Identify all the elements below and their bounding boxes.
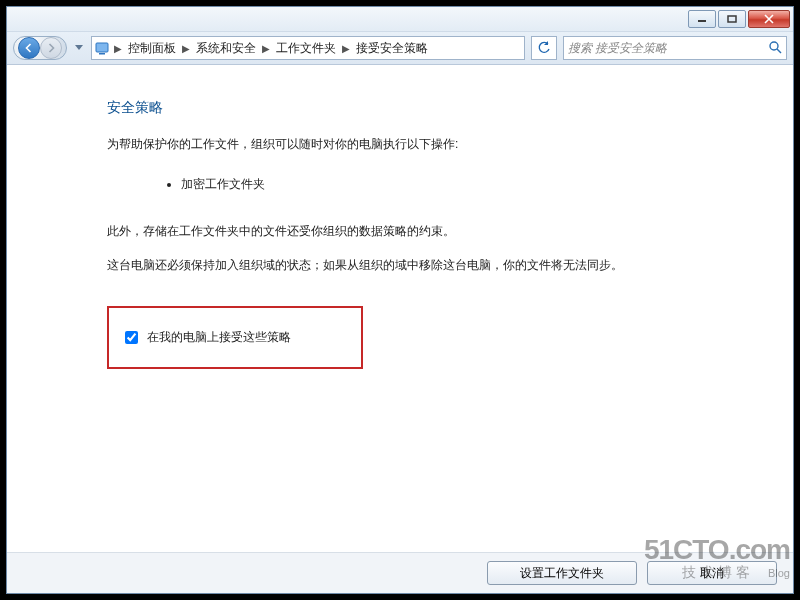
- nav-back-forward: [13, 36, 67, 60]
- setup-workfolder-button[interactable]: 设置工作文件夹: [487, 561, 637, 585]
- minimize-button[interactable]: [688, 10, 716, 28]
- history-dropdown[interactable]: [73, 39, 85, 57]
- accept-policy-label[interactable]: 在我的电脑上接受这些策略: [121, 328, 291, 347]
- breadcrumb-item[interactable]: 控制面板: [124, 40, 180, 57]
- svg-rect-3: [99, 53, 105, 55]
- control-panel-icon: [92, 41, 112, 55]
- svg-line-5: [777, 49, 781, 53]
- chevron-right-icon: ▶: [340, 43, 352, 54]
- breadcrumb[interactable]: ▶ 控制面板 ▶ 系统和安全 ▶ 工作文件夹 ▶ 接受安全策略: [91, 36, 525, 60]
- close-button[interactable]: [748, 10, 790, 28]
- forward-button[interactable]: [40, 37, 62, 59]
- titlebar: [7, 7, 793, 32]
- svg-rect-1: [728, 16, 736, 22]
- intro-text: 为帮助保护你的工作文件，组织可以随时对你的电脑执行以下操作:: [107, 135, 793, 153]
- chevron-right-icon: ▶: [180, 43, 192, 54]
- search-icon: [768, 40, 782, 57]
- page-heading: 安全策略: [107, 99, 793, 117]
- breadcrumb-item[interactable]: 接受安全策略: [352, 40, 432, 57]
- breadcrumb-item[interactable]: 工作文件夹: [272, 40, 340, 57]
- svg-rect-0: [698, 20, 706, 22]
- window: ▶ 控制面板 ▶ 系统和安全 ▶ 工作文件夹 ▶ 接受安全策略 搜索 接受安全策…: [6, 6, 794, 594]
- search-placeholder: 搜索 接受安全策略: [568, 40, 667, 57]
- back-button[interactable]: [18, 37, 40, 59]
- maximize-button[interactable]: [718, 10, 746, 28]
- address-bar: ▶ 控制面板 ▶ 系统和安全 ▶ 工作文件夹 ▶ 接受安全策略 搜索 接受安全策…: [7, 32, 793, 65]
- button-bar: 设置工作文件夹 取消: [7, 552, 793, 593]
- policy-text: 此外，存储在工作文件夹中的文件还受你组织的数据策略的约束。: [107, 222, 793, 240]
- cancel-button[interactable]: 取消: [647, 561, 777, 585]
- policy-list: 加密工作文件夹: [127, 175, 793, 194]
- content-area: 安全策略 为帮助保护你的工作文件，组织可以随时对你的电脑执行以下操作: 加密工作…: [7, 65, 793, 552]
- search-input[interactable]: 搜索 接受安全策略: [563, 36, 787, 60]
- policy-text: 这台电脑还必须保持加入组织域的状态；如果从组织的域中移除这台电脑，你的文件将无法…: [107, 256, 793, 274]
- policy-list-item: 加密工作文件夹: [181, 175, 793, 194]
- accept-policy-checkbox[interactable]: [125, 331, 138, 344]
- refresh-button[interactable]: [531, 36, 557, 60]
- accept-policy-text: 在我的电脑上接受这些策略: [147, 329, 291, 346]
- svg-point-4: [770, 42, 778, 50]
- accept-policy-highlight: 在我的电脑上接受这些策略: [107, 306, 363, 369]
- chevron-right-icon: ▶: [260, 43, 272, 54]
- chevron-right-icon: ▶: [112, 43, 124, 54]
- breadcrumb-item[interactable]: 系统和安全: [192, 40, 260, 57]
- svg-rect-2: [96, 43, 108, 52]
